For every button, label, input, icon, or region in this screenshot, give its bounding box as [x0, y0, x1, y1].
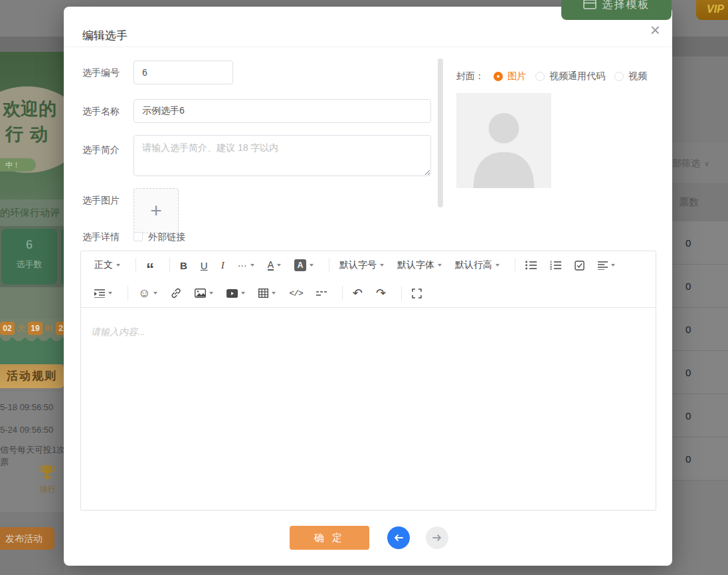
banner-title-line2: 行动: [5, 122, 54, 146]
avatar-silhouette-icon: [456, 93, 551, 188]
editor-content-area[interactable]: 请输入内容...: [81, 308, 656, 511]
vip-badge[interactable]: VIP: [696, 0, 728, 20]
confirm-button[interactable]: 确 定: [290, 526, 369, 550]
select-template-button[interactable]: 选择模板: [561, 0, 672, 20]
rules-card: 5-18 09:56:50 5-24 09:56:50 信号每天可投1次 票 排…: [0, 392, 64, 512]
page-subheader-strip: [0, 37, 64, 52]
bold-icon[interactable]: B: [176, 256, 191, 275]
end-time-text: 5-24 09:56:50: [0, 425, 53, 435]
cover-label: 封面：: [456, 70, 484, 82]
header-divider: [64, 47, 672, 47]
stat-cards-zone: 6 选手数: [0, 226, 64, 287]
countdown-days-unit: 天: [17, 323, 25, 334]
scalloped-edge: [0, 338, 64, 364]
image-upload-button[interactable]: +: [134, 188, 179, 233]
publish-activity-button[interactable]: 发布活动: [0, 527, 54, 550]
horizontal-rule-icon[interactable]: [312, 284, 331, 302]
paragraph-style-dropdown[interactable]: 正文: [90, 256, 124, 275]
activity-subtitle: 的环保行动评: [0, 207, 60, 219]
next-contestant-button[interactable]: [426, 526, 448, 549]
checklist-icon[interactable]: [571, 256, 589, 275]
page-panel-strip: [672, 57, 728, 143]
insert-image-dropdown[interactable]: [191, 284, 217, 302]
radio-icon: [614, 72, 624, 81]
blockquote-icon[interactable]: “: [142, 256, 158, 275]
table-row: 0: [672, 221, 728, 265]
link-icon[interactable]: [167, 284, 185, 302]
trophy-icon: [39, 464, 56, 483]
activity-subtitle-strip: 的环保行动评: [0, 199, 64, 226]
font-color-dropdown[interactable]: A: [264, 256, 285, 275]
cover-option-row: 封面： 图片 视频通用代码 视频: [456, 70, 647, 82]
countdown-minutes: 21: [56, 322, 64, 335]
image-label: 选手图片: [82, 194, 128, 206]
underline-icon[interactable]: U: [197, 256, 212, 275]
chevron-down-icon: ∨: [704, 160, 709, 168]
fullscreen-icon[interactable]: [408, 284, 426, 302]
form-scrollbar-thumb[interactable]: [438, 58, 443, 207]
plus-icon: +: [150, 199, 162, 222]
table-row: 0: [672, 394, 728, 437]
background-left-preview: 欢迎的 行动 中！ 的环保行动评 6 选手数 02 天 19 时 21 活动规则…: [0, 0, 64, 575]
name-input[interactable]: [134, 99, 431, 123]
arrow-right-icon: [432, 534, 442, 542]
ordered-list-icon[interactable]: [546, 256, 565, 275]
line-height-dropdown[interactable]: 默认行高: [451, 256, 503, 275]
bullet-list-icon[interactable]: [521, 256, 541, 275]
activity-banner: 欢迎的 行动 中！: [0, 52, 64, 199]
redo-icon[interactable]: ↷: [372, 284, 390, 302]
background-right-table: 部筛选∨ 票数 0 0 0 0 0 0: [672, 0, 728, 575]
undo-icon[interactable]: ↶: [349, 284, 367, 302]
editor-toolbar: 正文 “ B U I ··· A A 默认字号 默认字体 默认行高: [81, 251, 656, 308]
countdown-days: 02: [0, 322, 15, 335]
background-color-dropdown[interactable]: A: [290, 256, 318, 275]
countdown-row: 02 天 19 时 21: [0, 319, 64, 338]
close-icon[interactable]: ×: [650, 21, 660, 39]
rule-line1: 信号每天可投1次: [0, 444, 64, 456]
external-link-checkbox[interactable]: [134, 232, 143, 241]
table-row: 0: [672, 308, 728, 351]
preview-mid-strip: [0, 287, 64, 319]
previous-contestant-button[interactable]: [387, 526, 410, 549]
more-styles-dropdown[interactable]: ···: [234, 256, 258, 275]
countdown-hours: 19: [28, 322, 43, 335]
template-icon: [583, 0, 596, 11]
cover-option-video[interactable]: 视频: [614, 70, 647, 82]
votes-rows: 0 0 0 0 0 0: [672, 221, 728, 481]
table-row: 0: [672, 437, 728, 481]
intro-textarea[interactable]: [134, 135, 431, 176]
cover-option-image[interactable]: 图片: [494, 70, 526, 82]
insert-table-dropdown[interactable]: [254, 284, 280, 302]
contestant-count-card: 6 选手数: [1, 229, 57, 285]
page-subheader-strip-right: [672, 37, 728, 57]
align-dropdown[interactable]: [594, 256, 619, 275]
countdown-hours-unit: 时: [45, 323, 53, 334]
editor-placeholder: 请输入内容...: [91, 326, 145, 338]
font-family-dropdown[interactable]: 默认字体: [393, 256, 446, 275]
screen: 欢迎的 行动 中！ 的环保行动评 6 选手数 02 天 19 时 21 活动规则…: [0, 0, 728, 575]
table-row: 0: [672, 265, 728, 308]
number-label: 选手编号: [82, 66, 128, 78]
italic-icon[interactable]: I: [217, 256, 228, 275]
start-time-text: 5-18 09:56:50: [0, 402, 53, 412]
cover-option-video-code[interactable]: 视频通用代码: [535, 70, 605, 82]
filter-dropdown[interactable]: 部筛选∨: [672, 158, 709, 170]
arrow-left-icon: [393, 534, 404, 542]
number-input[interactable]: [134, 60, 233, 84]
indent-dropdown[interactable]: [90, 284, 116, 302]
intro-label: 选手简介: [82, 144, 128, 156]
contestant-count-value: 6: [1, 238, 57, 252]
contestant-count-label: 选手数: [1, 259, 57, 271]
edit-contestant-dialog: 编辑选手 × 选手编号 选手名称 选手简介 选手图片 + 选手详情 外部链接 封…: [64, 7, 672, 566]
rule-line2: 票: [0, 456, 9, 468]
banner-title-line1: 欢迎的: [3, 97, 56, 121]
insert-video-dropdown[interactable]: [223, 284, 249, 302]
code-block-icon[interactable]: </>: [285, 284, 306, 302]
banner-status-badge: 中！: [0, 158, 36, 172]
font-size-dropdown[interactable]: 默认字号: [335, 256, 388, 275]
radio-selected-icon: [494, 72, 503, 81]
name-label: 选手名称: [82, 105, 128, 117]
emoji-dropdown[interactable]: ☺: [134, 284, 161, 302]
rules-ribbon: 活动规则: [0, 364, 64, 388]
rules-title: 活动规则: [7, 370, 57, 382]
